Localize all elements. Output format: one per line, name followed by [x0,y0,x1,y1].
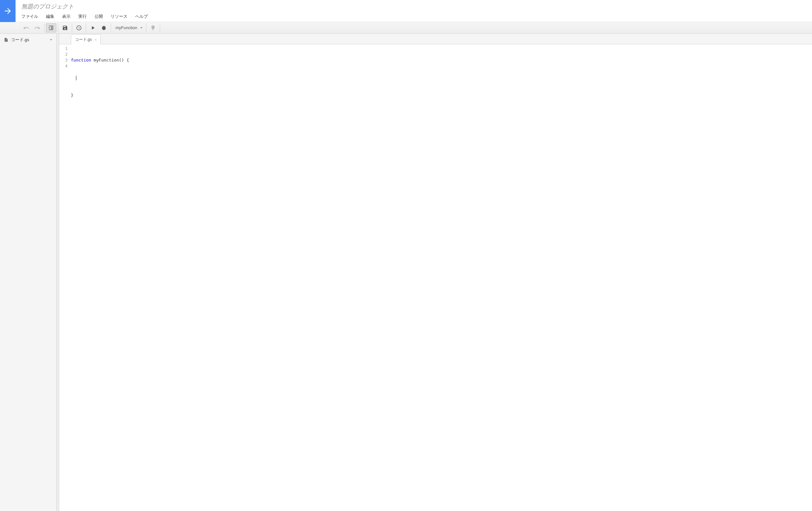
sidebar: コード.gs [0,34,57,511]
toolbar-separator [44,23,44,32]
arrow-right-icon [3,6,12,16]
main-area: コード.gs コード.gs × 1 2 3 4 function myFunct… [0,34,812,511]
save-button[interactable] [60,23,70,32]
bug-icon [101,25,107,31]
redo-button[interactable] [32,23,42,32]
chevron-down-icon [50,39,52,41]
editor-area: コード.gs × 1 2 3 4 function myFunction() {… [59,34,812,511]
header: 無題のプロジェクト ファイル 編集 表示 実行 公開 リソース ヘルプ [0,0,812,22]
code-content[interactable]: function myFunction() { } [71,46,812,511]
menu-help[interactable]: ヘルプ [135,12,151,21]
chevron-down-icon [140,27,143,28]
play-icon [90,25,96,31]
sidebar-file-label: コード.gs [11,37,29,43]
editor-tabs: コード.gs × [59,34,812,44]
clock-icon [76,25,82,31]
toolbar-separator [160,23,160,32]
undo-icon [23,25,29,31]
function-selector[interactable]: myFunction [112,23,145,32]
debug-button[interactable] [99,23,109,32]
toolbar: myFunction [0,22,812,34]
undo-button[interactable] [21,23,31,32]
save-icon [62,25,68,31]
line-numbers: 1 2 3 4 [59,46,71,511]
menu-resources[interactable]: リソース [111,12,131,21]
editor-tab-label: コード.gs [75,37,92,43]
toolbar-separator [146,23,146,32]
header-content: 無題のプロジェクト ファイル 編集 表示 実行 公開 リソース ヘルプ [16,0,155,22]
menu-file[interactable]: ファイル [21,12,41,21]
menu-publish[interactable]: 公開 [94,12,106,21]
editor-tab[interactable]: コード.gs × [71,34,100,44]
menu-edit[interactable]: 編集 [46,12,58,21]
file-icon [4,37,8,42]
run-button[interactable] [88,23,98,32]
menu-bar: ファイル 編集 表示 実行 公開 リソース ヘルプ [21,12,155,21]
gutter-strip[interactable] [57,34,59,511]
toolbar-separator [58,23,58,32]
redo-icon [34,25,40,31]
indent-button[interactable] [46,23,56,32]
toolbar-separator [72,23,72,32]
lightbulb-icon [150,25,156,31]
text-cursor [76,76,76,80]
sidebar-file-item[interactable]: コード.gs [0,34,56,46]
toolbar-separator [86,23,86,32]
menu-view[interactable]: 表示 [62,12,74,21]
toolbar-separator [111,23,111,32]
code-editor[interactable]: 1 2 3 4 function myFunction() { } [59,44,812,511]
triggers-button[interactable] [74,23,84,32]
close-icon[interactable]: × [94,37,97,42]
app-logo[interactable] [0,0,16,22]
function-selector-label: myFunction [115,25,137,30]
hint-button[interactable] [148,23,158,32]
menu-run[interactable]: 実行 [78,12,90,21]
project-title[interactable]: 無題のプロジェクト [21,3,155,10]
indent-icon [48,25,54,31]
